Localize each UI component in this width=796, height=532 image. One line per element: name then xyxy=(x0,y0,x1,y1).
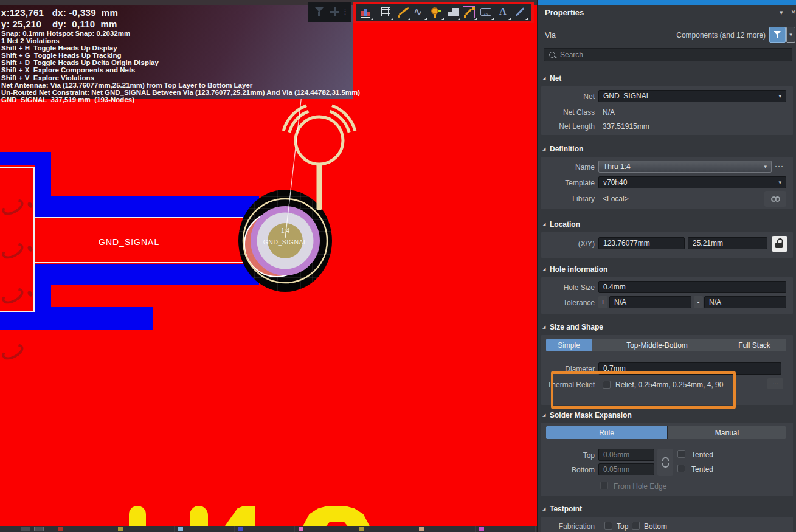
trace-bottom-bar[interactable] xyxy=(0,312,153,330)
link-top-bottom-button[interactable] xyxy=(657,449,673,476)
location-lock-button[interactable] xyxy=(772,236,787,252)
search-placeholder: Search xyxy=(560,50,583,59)
section-header-definition[interactable]: ◢ Definition xyxy=(538,143,796,156)
polygon-icon[interactable] xyxy=(445,5,461,20)
antenna-marker-circle xyxy=(296,117,343,164)
tab-simple[interactable]: Simple xyxy=(546,339,592,351)
tolerance-plus-input[interactable]: N/A xyxy=(609,296,691,308)
section-solder-mask: Rule Manual Top 0.05mm Bottom 0.05mm Ten… xyxy=(541,423,793,496)
active-bar-toolbar: ∿ ω A xyxy=(353,2,534,23)
expander-icon: ◢ xyxy=(542,325,545,330)
layer-tab-swatch[interactable] xyxy=(178,527,183,531)
line-icon[interactable] xyxy=(513,5,528,20)
tab-manual[interactable]: Manual xyxy=(668,426,786,439)
route-icon[interactable] xyxy=(395,5,411,20)
hud-violations-summary: 1 Net 2 Violations xyxy=(1,37,353,44)
tolerance-minus-chip: - xyxy=(694,296,703,308)
scope-filter-button[interactable] xyxy=(769,27,786,43)
trace-spine-bottom[interactable] xyxy=(35,281,51,313)
section-header-testpoint[interactable]: ◢ Testpoint xyxy=(538,503,796,516)
layer-bar[interactable] xyxy=(0,526,537,532)
net-length-value: 337.51915mm xyxy=(603,122,649,131)
layer-tab-swatch[interactable] xyxy=(359,527,364,531)
panel-close-icon[interactable]: × xyxy=(791,7,796,16)
hud-shortcut: Shift + X Explore Components and Nets xyxy=(1,66,353,74)
tab-top-middle-bottom[interactable]: Top-Middle-Bottom xyxy=(592,339,722,351)
tab-full-stack[interactable]: Full Stack xyxy=(722,339,786,351)
from-hole-edge-label: From Hole Edge xyxy=(614,482,666,491)
section-header-hole[interactable]: ◢ Hole information xyxy=(538,264,796,276)
thermal-relief-more-button[interactable]: ... xyxy=(767,378,783,389)
text-icon[interactable]: A xyxy=(496,5,511,20)
location-y-input[interactable]: 25.21mm xyxy=(688,237,767,249)
expander-icon: ◢ xyxy=(542,147,545,151)
properties-panel: Properties ▾ × Via Components (and 12 mo… xyxy=(537,0,796,532)
search-input[interactable]: Search xyxy=(544,48,792,61)
layer-bar-button[interactable] xyxy=(34,527,44,531)
layer-bar-button[interactable] xyxy=(21,527,30,531)
via-name-dropdown[interactable]: Thru 1:4 ▾ xyxy=(598,161,772,173)
name-more-button[interactable]: ··· xyxy=(775,162,784,170)
trace-icon[interactable] xyxy=(462,5,477,20)
tolerance-minus-input[interactable]: N/A xyxy=(704,296,786,308)
via-icon[interactable] xyxy=(429,5,445,20)
section-header-solder-mask[interactable]: ◢ Solder Mask Expansion xyxy=(538,410,796,422)
expander-icon: ◢ xyxy=(542,267,545,272)
hud-violation-unrouted: Un-Routed Net Constraint: Net GND_SIGNAL… xyxy=(1,89,353,96)
hud-snap: Snap: 0.1mm Hotspot Snap: 0.2032mm xyxy=(1,30,353,37)
fabrication-bottom-checkbox[interactable] xyxy=(632,522,640,530)
hud-shortcut: Shift + G Toggle Heads Up Tracking xyxy=(1,52,353,59)
section-header-location[interactable]: ◢ Location xyxy=(538,219,796,231)
net-class-value: N/A xyxy=(603,108,615,117)
layer-tab-swatch[interactable] xyxy=(118,527,123,531)
trace-spine-top[interactable] xyxy=(35,159,51,199)
toolbar-dots-separator: ⋮ xyxy=(341,7,349,16)
library-value: <Local> xyxy=(603,195,629,203)
antenna-marker-arcs-outer xyxy=(282,103,356,178)
chain-icon xyxy=(662,457,669,468)
section-header-size-shape[interactable]: ◢ Size and Shape xyxy=(538,322,796,334)
solder-mask-mode-tabs: Rule Manual xyxy=(546,426,786,439)
hud-violation-antennae: Net Antennae: Via (123.76077mm,25.21mm) … xyxy=(1,81,353,89)
from-hole-edge-checkbox[interactable] xyxy=(600,482,608,489)
library-link-button[interactable] xyxy=(764,191,786,207)
pcb-editor-view[interactable]: GND_SIGNAL 1:4 GND_SIGNAL x:123,761 xyxy=(0,0,537,532)
section-header-net[interactable]: ◢ Net xyxy=(538,73,796,85)
hud-shortcut: Shift + H Toggle Heads Up Display xyxy=(1,44,353,52)
layer-tab-swatch[interactable] xyxy=(299,527,303,531)
room-icon[interactable]: ω xyxy=(479,5,494,20)
hud-net-info: GND_SIGNAL 337,519 mm (193-Nodes) xyxy=(1,96,353,103)
scope-label: Components (and 12 more) xyxy=(538,31,766,40)
bar-chart-icon[interactable] xyxy=(358,5,374,20)
chevron-down-icon: ▾ xyxy=(778,179,781,185)
chevron-down-icon: ▾ xyxy=(764,164,767,170)
panel-collapse-icon[interactable]: ▾ xyxy=(780,9,783,16)
scope-filter-dropdown[interactable]: ▾ xyxy=(786,27,795,43)
mask-bottom-input[interactable]: 0.05mm xyxy=(598,463,654,475)
tab-rule[interactable]: Rule xyxy=(546,426,667,439)
size-shape-mode-tabs: Simple Top-Middle-Bottom Full Stack xyxy=(546,339,786,351)
fabrication-top-checkbox[interactable] xyxy=(604,522,612,530)
grid-icon[interactable] xyxy=(378,5,394,20)
layer-tab-swatch[interactable] xyxy=(419,527,424,531)
selection-outline-line xyxy=(35,217,243,218)
tented-top-checkbox[interactable] xyxy=(677,450,685,458)
meander-icon[interactable]: ∿ xyxy=(412,5,427,20)
net-dropdown[interactable]: GND_SIGNAL ▾ xyxy=(598,90,786,102)
tented-bottom-checkbox[interactable] xyxy=(677,465,685,472)
template-dropdown[interactable]: v70h40 ▾ xyxy=(598,176,786,188)
layer-tab-swatch[interactable] xyxy=(479,527,484,531)
layer-tab-swatch[interactable] xyxy=(238,527,243,531)
hole-size-input[interactable]: 0.4mm xyxy=(598,281,786,293)
antenna-trace xyxy=(317,163,322,210)
layer-tab-swatch[interactable] xyxy=(58,527,63,531)
mask-top-input[interactable]: 0.05mm xyxy=(598,449,654,461)
filter-icon[interactable] xyxy=(311,5,327,20)
silkscreen-squiggle xyxy=(0,340,26,362)
heads-up-display: x:123,761 dx: -0,339 mm y: 25,210 dy: 0,… xyxy=(0,5,353,99)
location-x-input[interactable]: 123.76077mm xyxy=(598,237,685,249)
trace-middle-upper[interactable] xyxy=(35,196,259,218)
trace-middle-lower[interactable] xyxy=(35,264,259,285)
expander-icon: ◢ xyxy=(542,506,545,511)
panel-accent-bar xyxy=(538,0,796,5)
